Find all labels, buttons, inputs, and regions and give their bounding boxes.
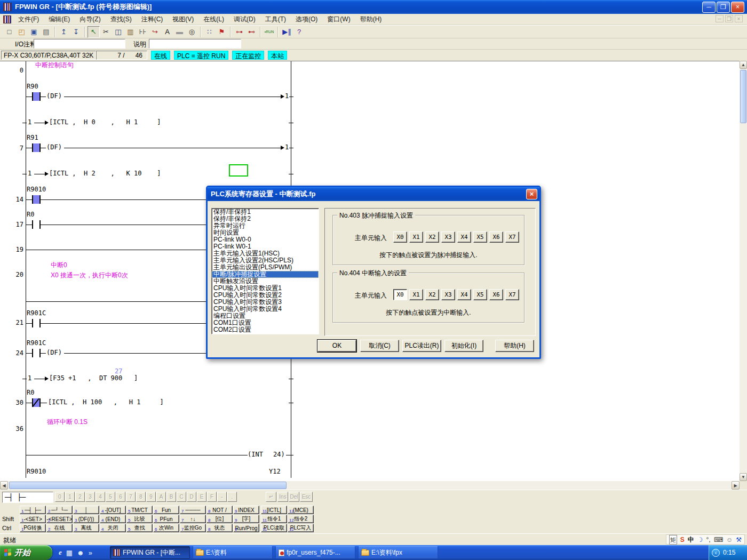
menu-item-11[interactable]: 帮助(H) (355, 14, 387, 25)
keypad-key-3[interactable]: 3 (85, 492, 95, 502)
start-button[interactable]: 开始 (0, 545, 52, 560)
contact-button-x7-no404[interactable]: X7 (505, 289, 519, 300)
find-icon[interactable]: ◎ (186, 26, 198, 38)
keypad-key-4[interactable]: 4 (96, 492, 105, 502)
contact-button-x6-no404[interactable]: X6 (489, 289, 503, 300)
fkey-shift-f7[interactable]: 7↑↓ (180, 515, 206, 523)
fkey-ctrl-f2[interactable]: 2在线 (46, 524, 73, 532)
keypad-key-1[interactable]: 1 (65, 492, 75, 502)
int-coil-label[interactable]: (INT (248, 451, 263, 458)
contact-button-x4-no403[interactable]: X4 (457, 231, 471, 243)
save-file-icon[interactable]: ▣ (28, 26, 40, 38)
scroll-up-button[interactable]: ▲ (740, 61, 747, 69)
io-comment-input[interactable] (34, 39, 125, 49)
scroll-down-button[interactable]: ▼ (740, 473, 747, 481)
description-input[interactable] (149, 39, 241, 49)
select-mode-icon[interactable]: ↖ (88, 26, 100, 38)
fkey-f11[interactable]: 11[ICTL] (261, 506, 287, 514)
taskbar-task-0[interactable]: FPWIN GR - [中断... (110, 546, 190, 559)
keypad-key-.[interactable]: . (227, 492, 237, 502)
monitor-flag-icon[interactable]: ⚑ (216, 26, 228, 38)
keypad-key-C[interactable]: C (177, 492, 186, 502)
fkey-ctrl-f9[interactable]: 9Run/Prog (233, 524, 259, 532)
taskbar-task-1[interactable]: E:\资料 (193, 546, 273, 559)
tray-collapse-button[interactable]: ‹ (712, 549, 720, 557)
taskbar-task-3[interactable]: E:\资料\fpx (358, 546, 438, 559)
vertical-scrollbar[interactable]: ▲ ▼ (740, 61, 747, 481)
fkey-f9[interactable]: 9INDEX (233, 506, 259, 514)
plc-read-button[interactable]: PLC读出(R) (402, 340, 441, 352)
contact-button-x1-no403[interactable]: X1 (409, 231, 423, 243)
fkey-f4[interactable]: 4-[OUT] (100, 506, 126, 514)
scroll-left-button[interactable]: ◀ (0, 481, 8, 490)
mdi-close-button[interactable]: × (735, 15, 743, 22)
open-file-icon[interactable]: ◰ (15, 26, 28, 38)
fkey-shift-f12[interactable]: 12指令2 (288, 515, 314, 523)
fkey-f8[interactable]: 8NOT / (206, 506, 233, 514)
keypad-key-E[interactable]: E (197, 492, 206, 502)
fkey-f12[interactable]: 12(MCE) (288, 506, 314, 514)
keypad-key-9[interactable]: 9 (146, 492, 156, 502)
menu-item-9[interactable]: 选项(O) (291, 14, 322, 25)
menu-item-10[interactable]: 窗口(W) (322, 14, 355, 25)
keypad-key-7[interactable]: 7 (126, 492, 136, 502)
fkey-ctrl-f4[interactable]: 4关闭 (100, 524, 126, 532)
mdi-minimize-button[interactable]: ─ (716, 15, 724, 22)
fkey-shift-f1[interactable]: 1-<SET> (20, 515, 46, 523)
fkey-shift-f4[interactable]: 4(END) (100, 515, 126, 523)
keypad-key-↵[interactable]: ↵ (266, 492, 276, 502)
menu-item-0[interactable]: 文件(F) (13, 14, 44, 25)
fkey-ctrl-f7[interactable]: 7监控Go (180, 524, 206, 532)
horizontal-scrollbar[interactable]: ◀ ▶ (0, 481, 740, 490)
online-connect-icon[interactable]: ⊶ (233, 26, 245, 38)
keypad-key--[interactable]: - (217, 492, 227, 502)
keypad-key-D[interactable]: D (187, 492, 196, 502)
contact-button-x4-no404[interactable]: X4 (457, 289, 471, 300)
input-indicator-icon[interactable]: 矩 (669, 535, 677, 545)
register-category-list[interactable]: 保持/非保持1保持/非保持2异常时运行时间设置PC-link W0-0PC-li… (211, 208, 319, 334)
horizontal-scroll-thumb[interactable] (9, 482, 287, 489)
ladder-symbol-icon[interactable]: ⊦⊦ (137, 26, 149, 38)
menu-item-8[interactable]: 工具(T) (260, 14, 291, 25)
fkey-shift-f8[interactable]: 8[位] (206, 515, 233, 523)
contact-button-x0-no403[interactable]: X0 (393, 231, 407, 243)
run-pause-toggle-icon[interactable]: ▶∥ (281, 26, 293, 38)
keypad-key-ins[interactable]: Ins (277, 492, 288, 502)
menu-item-3[interactable]: 查找(S) (106, 14, 137, 25)
keypad-key-0[interactable]: 0 (55, 492, 65, 502)
contact-button-x5-no403[interactable]: X5 (473, 231, 487, 243)
fkey-ctrl-f1[interactable]: 1PG转换 (20, 524, 46, 532)
menu-item-1[interactable]: 编辑(E) (44, 14, 75, 25)
contact-button-x6-no403[interactable]: X6 (489, 231, 503, 243)
show-desktop-icon[interactable]: ▦ (66, 549, 73, 557)
download-program-icon[interactable]: ↧ (70, 26, 82, 38)
soft-keyboard-icon[interactable]: ⌨ (714, 535, 723, 544)
contact-button-x5-no404[interactable]: X5 (473, 289, 487, 300)
fkey-shift-f11[interactable]: 11指令1 (261, 515, 287, 523)
help-icon[interactable]: ? (293, 26, 305, 38)
tools-icon[interactable]: ⚒ (736, 535, 742, 544)
fkey-f6[interactable]: 6Fun (153, 506, 179, 514)
fkey-ctrl-f8[interactable]: 8状态 (206, 524, 233, 532)
ok-button[interactable]: OK (317, 340, 356, 352)
fkey-f5[interactable]: 5TM/CT (126, 506, 153, 514)
restore-button[interactable]: ❐ (717, 2, 730, 13)
keypad-key-2[interactable]: 2 (75, 492, 85, 502)
contact-button-x1-no404[interactable]: X1 (409, 289, 423, 300)
more-toolbars-icon[interactable]: » (89, 549, 92, 557)
ladder-instruction-text[interactable]: [ICTL , H 100 , H 1 ] (48, 398, 164, 406)
new-file-icon[interactable]: □ (3, 26, 15, 38)
help-button[interactable]: 帮助(H) (495, 340, 534, 352)
taskbar-task-2[interactable]: fp0r_users_f475-... (275, 546, 355, 559)
block-icon[interactable]: ▬ (173, 26, 186, 38)
keypad-key-8[interactable]: 8 (136, 492, 146, 502)
minimize-button[interactable]: ─ (702, 2, 716, 13)
menu-item-6[interactable]: 在线(L) (198, 14, 229, 25)
fkey-ctrl-f6[interactable]: 6次Win (153, 524, 179, 532)
run-mode-icon[interactable]: •RUN (263, 26, 275, 38)
fkey-f2[interactable]: 2─┘ └─ (46, 506, 73, 514)
keypad-key-F[interactable]: F (207, 492, 217, 502)
offline-connect-icon[interactable]: ⊷ (245, 26, 258, 38)
fkey-ctrl-f5[interactable]: 5查找 (126, 524, 153, 532)
keypad-key-del[interactable]: Del (289, 492, 299, 502)
